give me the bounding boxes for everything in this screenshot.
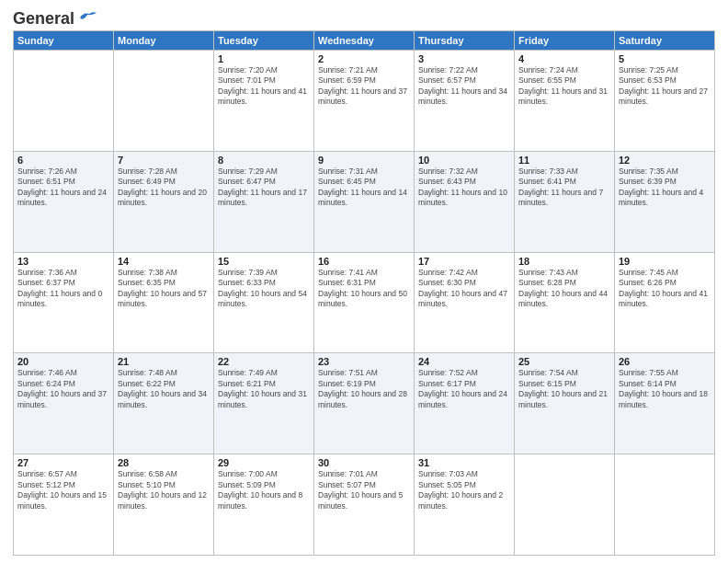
day-cell: 8Sunrise: 7:29 AM Sunset: 6:47 PM Daylig… [214, 151, 314, 252]
day-number: 2 [318, 53, 410, 64]
day-number: 13 [17, 256, 109, 267]
day-number: 4 [518, 53, 610, 64]
day-cell [114, 51, 214, 152]
day-number: 8 [218, 155, 310, 166]
day-cell: 12Sunrise: 7:35 AM Sunset: 6:39 PM Dayli… [615, 151, 715, 252]
day-info: Sunrise: 7:31 AM Sunset: 6:45 PM Dayligh… [318, 167, 410, 209]
day-info: Sunrise: 7:35 AM Sunset: 6:39 PM Dayligh… [619, 167, 711, 209]
day-info: Sunrise: 7:36 AM Sunset: 6:37 PM Dayligh… [17, 268, 109, 310]
day-cell: 18Sunrise: 7:43 AM Sunset: 6:28 PM Dayli… [515, 252, 615, 353]
day-info: Sunrise: 6:58 AM Sunset: 5:10 PM Dayligh… [118, 469, 210, 511]
day-number: 5 [619, 53, 711, 64]
day-number: 15 [218, 256, 310, 267]
day-number: 19 [619, 256, 711, 267]
day-cell: 24Sunrise: 7:52 AM Sunset: 6:17 PM Dayli… [415, 353, 515, 454]
day-number: 10 [418, 155, 510, 166]
day-cell: 29Sunrise: 7:00 AM Sunset: 5:09 PM Dayli… [214, 454, 314, 556]
day-number: 28 [118, 457, 210, 468]
day-cell: 6Sunrise: 7:26 AM Sunset: 6:51 PM Daylig… [14, 151, 114, 252]
day-info: Sunrise: 7:48 AM Sunset: 6:22 PM Dayligh… [118, 368, 210, 410]
day-info: Sunrise: 7:49 AM Sunset: 6:21 PM Dayligh… [218, 368, 310, 410]
weekday-header-row: SundayMondayTuesdayWednesdayThursdayFrid… [14, 31, 715, 51]
day-number: 18 [518, 256, 610, 267]
calendar: SundayMondayTuesdayWednesdayThursdayFrid… [13, 30, 715, 556]
day-cell: 1Sunrise: 7:20 AM Sunset: 7:01 PM Daylig… [214, 51, 314, 152]
day-cell: 3Sunrise: 7:22 AM Sunset: 6:57 PM Daylig… [415, 51, 515, 152]
day-cell: 4Sunrise: 7:24 AM Sunset: 6:55 PM Daylig… [515, 51, 615, 152]
week-row-4: 20Sunrise: 7:46 AM Sunset: 6:24 PM Dayli… [14, 353, 715, 454]
page: General SundayMondayTuesdayWednesdayThur… [0, 0, 728, 563]
day-info: Sunrise: 7:03 AM Sunset: 5:05 PM Dayligh… [418, 469, 510, 511]
weekday-friday: Friday [515, 31, 615, 51]
day-cell: 15Sunrise: 7:39 AM Sunset: 6:33 PM Dayli… [214, 252, 314, 353]
day-info: Sunrise: 7:54 AM Sunset: 6:15 PM Dayligh… [518, 368, 610, 410]
day-info: Sunrise: 7:00 AM Sunset: 5:09 PM Dayligh… [218, 469, 310, 511]
day-cell: 9Sunrise: 7:31 AM Sunset: 6:45 PM Daylig… [314, 151, 415, 252]
day-number: 3 [418, 53, 510, 64]
day-info: Sunrise: 7:33 AM Sunset: 6:41 PM Dayligh… [518, 167, 610, 209]
week-row-5: 27Sunrise: 6:57 AM Sunset: 5:12 PM Dayli… [14, 454, 715, 556]
day-info: Sunrise: 7:01 AM Sunset: 5:07 PM Dayligh… [318, 469, 410, 511]
day-cell: 13Sunrise: 7:36 AM Sunset: 6:37 PM Dayli… [14, 252, 114, 353]
day-info: Sunrise: 7:21 AM Sunset: 6:59 PM Dayligh… [318, 65, 410, 108]
weekday-sunday: Sunday [14, 31, 114, 51]
logo-general: General [13, 9, 74, 29]
day-number: 12 [619, 155, 711, 166]
week-row-1: 1Sunrise: 7:20 AM Sunset: 7:01 PM Daylig… [14, 51, 715, 152]
day-info: Sunrise: 7:26 AM Sunset: 6:51 PM Dayligh… [17, 167, 109, 209]
day-cell: 20Sunrise: 7:46 AM Sunset: 6:24 PM Dayli… [14, 353, 114, 454]
day-number: 6 [17, 155, 109, 166]
day-info: Sunrise: 7:29 AM Sunset: 6:47 PM Dayligh… [218, 167, 310, 209]
day-cell: 30Sunrise: 7:01 AM Sunset: 5:07 PM Dayli… [314, 454, 415, 556]
day-number: 21 [118, 356, 210, 367]
logo: General [13, 9, 97, 25]
weekday-monday: Monday [114, 31, 214, 51]
day-info: Sunrise: 7:41 AM Sunset: 6:31 PM Dayligh… [318, 268, 410, 310]
day-info: Sunrise: 7:42 AM Sunset: 6:30 PM Dayligh… [418, 268, 510, 310]
day-cell: 21Sunrise: 7:48 AM Sunset: 6:22 PM Dayli… [114, 353, 214, 454]
day-cell [515, 454, 615, 556]
weekday-wednesday: Wednesday [314, 31, 415, 51]
day-number: 26 [619, 356, 711, 367]
day-number: 16 [318, 256, 410, 267]
day-cell: 2Sunrise: 7:21 AM Sunset: 6:59 PM Daylig… [314, 51, 415, 152]
day-info: Sunrise: 7:55 AM Sunset: 6:14 PM Dayligh… [619, 368, 711, 410]
day-info: Sunrise: 7:22 AM Sunset: 6:57 PM Dayligh… [418, 65, 510, 108]
day-info: Sunrise: 7:52 AM Sunset: 6:17 PM Dayligh… [418, 368, 510, 410]
day-number: 27 [17, 457, 109, 468]
day-cell: 25Sunrise: 7:54 AM Sunset: 6:15 PM Dayli… [515, 353, 615, 454]
day-number: 1 [218, 53, 310, 64]
day-cell [14, 51, 114, 152]
day-cell: 23Sunrise: 7:51 AM Sunset: 6:19 PM Dayli… [314, 353, 415, 454]
logo-bird-icon [76, 10, 97, 25]
weekday-thursday: Thursday [415, 31, 515, 51]
week-row-3: 13Sunrise: 7:36 AM Sunset: 6:37 PM Dayli… [14, 252, 715, 353]
day-cell: 22Sunrise: 7:49 AM Sunset: 6:21 PM Dayli… [214, 353, 314, 454]
day-cell: 17Sunrise: 7:42 AM Sunset: 6:30 PM Dayli… [415, 252, 515, 353]
day-cell: 31Sunrise: 7:03 AM Sunset: 5:05 PM Dayli… [415, 454, 515, 556]
day-info: Sunrise: 7:51 AM Sunset: 6:19 PM Dayligh… [318, 368, 410, 410]
week-row-2: 6Sunrise: 7:26 AM Sunset: 6:51 PM Daylig… [14, 151, 715, 252]
day-number: 7 [118, 155, 210, 166]
day-cell [615, 454, 715, 556]
day-number: 20 [17, 356, 109, 367]
day-number: 29 [218, 457, 310, 468]
day-info: Sunrise: 7:25 AM Sunset: 6:53 PM Dayligh… [619, 65, 711, 108]
day-cell: 26Sunrise: 7:55 AM Sunset: 6:14 PM Dayli… [615, 353, 715, 454]
day-number: 9 [318, 155, 410, 166]
day-cell: 27Sunrise: 6:57 AM Sunset: 5:12 PM Dayli… [14, 454, 114, 556]
day-info: Sunrise: 7:39 AM Sunset: 6:33 PM Dayligh… [218, 268, 310, 310]
day-cell: 10Sunrise: 7:32 AM Sunset: 6:43 PM Dayli… [415, 151, 515, 252]
day-cell: 16Sunrise: 7:41 AM Sunset: 6:31 PM Dayli… [314, 252, 415, 353]
weekday-tuesday: Tuesday [214, 31, 314, 51]
day-info: Sunrise: 7:45 AM Sunset: 6:26 PM Dayligh… [619, 268, 711, 310]
day-info: Sunrise: 7:24 AM Sunset: 6:55 PM Dayligh… [518, 65, 610, 108]
day-info: Sunrise: 6:57 AM Sunset: 5:12 PM Dayligh… [17, 469, 109, 511]
day-number: 14 [118, 256, 210, 267]
day-number: 11 [518, 155, 610, 166]
day-cell: 5Sunrise: 7:25 AM Sunset: 6:53 PM Daylig… [615, 51, 715, 152]
day-info: Sunrise: 7:32 AM Sunset: 6:43 PM Dayligh… [418, 167, 510, 209]
day-info: Sunrise: 7:28 AM Sunset: 6:49 PM Dayligh… [118, 167, 210, 209]
day-info: Sunrise: 7:38 AM Sunset: 6:35 PM Dayligh… [118, 268, 210, 310]
day-number: 22 [218, 356, 310, 367]
